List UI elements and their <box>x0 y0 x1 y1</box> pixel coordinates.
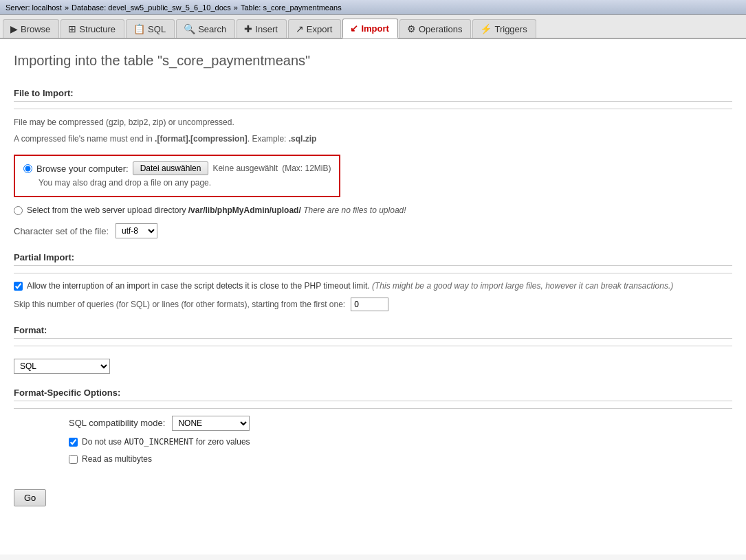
sep2: » <box>234 3 238 12</box>
browse-tab-label: Browse <box>21 24 50 34</box>
tab-operations[interactable]: ⚙Operations <box>399 19 472 38</box>
file-import-box: Browse your computer: Datei auswählen Ke… <box>14 155 340 197</box>
operations-tab-label: Operations <box>419 24 463 34</box>
import-tab-icon: ↙ <box>350 23 358 34</box>
allow-interrupt-row: Allow the interruption of an import in c… <box>14 280 732 292</box>
operations-tab-icon: ⚙ <box>407 23 416 34</box>
file-info-line2: A compressed file's name must end in .[f… <box>14 133 732 145</box>
read-multibytes-row: Read as multibytes <box>69 453 732 465</box>
allow-interrupt-note: (This might be a good way to import larg… <box>372 281 673 291</box>
nav-tabs: ▶Browse⊞Structure📋SQL🔍Search✚Insert↗Expo… <box>0 15 746 39</box>
allow-interrupt-checkbox[interactable] <box>14 282 23 291</box>
export-tab-icon: ↗ <box>296 23 304 34</box>
main-content: Importing into the table "s_core_payment… <box>0 39 746 555</box>
read-multibytes-label: Read as multibytes <box>82 453 152 465</box>
structure-tab-label: Structure <box>79 24 116 34</box>
no-auto-increment-checkbox[interactable] <box>69 438 78 447</box>
table-label: Table: s_core_paymentmeans <box>241 3 342 12</box>
charset-select[interactable]: utf-8 utf-16 latin1 ascii <box>116 223 157 238</box>
tab-triggers[interactable]: ⚡Triggers <box>472 19 536 38</box>
charset-row: Character set of the file: utf-8 utf-16 … <box>14 223 732 238</box>
format-specific-header: Format-Specific Options: <box>14 388 732 401</box>
export-tab-label: Export <box>307 24 333 34</box>
tab-insert[interactable]: ✚Insert <box>237 19 287 38</box>
no-file-label: Keine ausgewählt <box>212 164 278 173</box>
page-title: Importing into the table "s_core_payment… <box>14 53 732 74</box>
allow-interrupt-label: Allow the interruption of an import in c… <box>27 280 673 292</box>
tab-export[interactable]: ↗Export <box>288 19 342 38</box>
sep1: » <box>65 3 69 12</box>
format-header: Format: <box>14 325 732 339</box>
skip-row: Skip this number of queries (for SQL) or… <box>14 298 732 311</box>
no-auto-increment-label: Do not use AUTO_INCREMENT for zero value… <box>82 436 250 448</box>
no-auto-increment-row: Do not use AUTO_INCREMENT for zero value… <box>69 436 732 448</box>
file-example-text: .sql.zip <box>289 134 317 144</box>
skip-label: Skip this number of queries (for SQL) or… <box>14 300 345 309</box>
skip-input[interactable] <box>351 298 388 311</box>
sql-compat-row: SQL compatibility mode: NONE ANSI DB2 MA… <box>69 416 732 431</box>
database-label: Database: devel_sw5_public_sw_5_6_10_doc… <box>72 3 231 12</box>
browse-radio-row: Browse your computer: Datei auswählen Ke… <box>23 161 331 175</box>
import-tab-label: Import <box>361 23 388 34</box>
read-multibytes-checkbox[interactable] <box>69 455 78 464</box>
partial-import-section: Partial Import: Allow the interruption o… <box>14 252 732 311</box>
server-label: Server: localhost <box>6 3 62 12</box>
sql-tab-label: SQL <box>148 24 166 34</box>
browse-tab-icon: ▶ <box>10 23 18 34</box>
search-tab-label: Search <box>198 24 226 34</box>
format-select[interactable]: SQL CSV CSV using LOAD DATA JSON ODS Spr… <box>14 359 110 374</box>
web-path: /var/lib/phpMyAdmin/upload/ <box>188 205 301 215</box>
structure-tab-icon: ⊞ <box>68 23 76 34</box>
file-input-row: Datei auswählen Keine ausgewählt (Max: 1… <box>133 161 331 175</box>
insert-tab-icon: ✚ <box>244 23 252 34</box>
tab-structure[interactable]: ⊞Structure <box>61 19 124 38</box>
triggers-tab-icon: ⚡ <box>480 23 492 34</box>
tab-import[interactable]: ↙Import <box>342 19 397 38</box>
file-import-header: File to Import: <box>14 88 732 102</box>
drag-drop-text: You may also drag and drop a file on any… <box>39 178 331 188</box>
browse-radio[interactable] <box>23 164 32 173</box>
web-upload-radio[interactable] <box>14 206 23 215</box>
file-format-text: .[format].[compression] <box>155 134 248 144</box>
browse-label: Browse your computer: <box>36 164 129 174</box>
file-import-section: File to Import: File may be compressed (… <box>14 88 732 238</box>
insert-tab-label: Insert <box>255 24 278 34</box>
charset-label: Character set of the file: <box>14 226 109 236</box>
format-section: Format: SQL CSV CSV using LOAD DATA JSON… <box>14 325 732 374</box>
sql-tab-icon: 📋 <box>133 23 145 34</box>
file-info-prefix: A compressed file's name must end in <box>14 134 155 144</box>
web-upload-note: There are no files to upload! <box>303 205 406 215</box>
search-tab-icon: 🔍 <box>184 23 195 34</box>
format-specific-section: Format-Specific Options: SQL compatibili… <box>14 388 732 465</box>
sql-compat-label: SQL compatibility mode: <box>69 418 165 428</box>
file-info-mid: . Example: <box>248 134 289 144</box>
tab-sql[interactable]: 📋SQL <box>126 19 175 38</box>
partial-import-header: Partial Import: <box>14 252 732 266</box>
sql-compat-select[interactable]: NONE ANSI DB2 MAXDB MYSQL323 MYSQL40 MSS… <box>172 416 250 431</box>
auto-increment-code: AUTO_INCREMENT <box>124 437 193 447</box>
title-bar: Server: localhost » Database: devel_sw5_… <box>0 0 746 15</box>
file-choose-button[interactable]: Datei auswählen <box>133 161 209 175</box>
tab-browse[interactable]: ▶Browse <box>3 19 59 38</box>
max-size-label: (Max: 12MiB) <box>282 164 331 173</box>
web-upload-row: Select from the web server upload direct… <box>14 205 732 215</box>
tab-search[interactable]: 🔍Search <box>176 19 235 38</box>
triggers-tab-label: Triggers <box>494 24 527 34</box>
go-button[interactable]: Go <box>14 489 46 506</box>
file-info-line1: File may be compressed (gzip, bzip2, zip… <box>14 116 732 128</box>
web-upload-label: Select from the web server upload direct… <box>27 205 406 215</box>
